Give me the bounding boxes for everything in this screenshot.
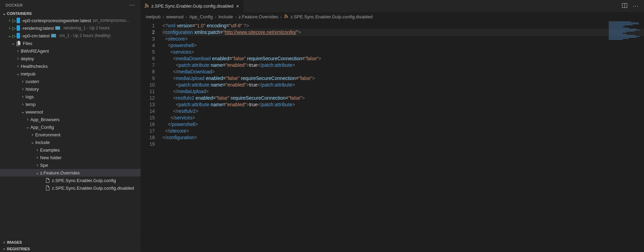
tree-item-label: z.SPE.Sync.Enabler.Gulp.config: [52, 178, 116, 183]
tree-item-label: inetpub: [21, 71, 36, 76]
code-line[interactable]: <?xml version="1.0" encoding="utf-8" ?>: [162, 22, 644, 29]
folder-item[interactable]: ›$WinREAgent: [0, 47, 141, 55]
chevron-down-icon: ⌄: [15, 71, 21, 76]
minimap-line: [609, 26, 625, 26]
registries-label: REGISTRIES: [7, 247, 30, 251]
line-number: 3: [141, 36, 155, 42]
code-line[interactable]: <restfulv2 enabled="false" requireSecure…: [162, 95, 644, 101]
folder-item[interactable]: ›Spe: [0, 161, 141, 169]
minimap-line: [609, 31, 635, 32]
breadcrumb[interactable]: inetpub› wwwroot› App_Config› Include› z…: [141, 12, 644, 21]
minimap-line: [609, 32, 626, 33]
code-line[interactable]: </sitecore>: [162, 128, 644, 134]
tree-item-label: $WinREAgent: [21, 48, 49, 54]
folder-item[interactable]: ⌄Include: [0, 138, 141, 146]
tree-item-label: z.SPE.Sync.Enabler.Gulp.config.disabled: [52, 186, 134, 191]
chevron-right-icon: ›: [15, 48, 21, 53]
code-line[interactable]: <mediaUpload enabled="false" requireSecu…: [162, 75, 644, 82]
minimap-line: [609, 38, 629, 39]
code-line[interactable]: <patch:attribute name="enabled">true</pa…: [162, 82, 644, 88]
line-number: 9: [141, 75, 155, 82]
folder-item[interactable]: ›logs: [0, 93, 141, 100]
folder-item[interactable]: ›Healthchecks: [0, 62, 141, 70]
minimap-line: [609, 34, 627, 35]
file-item[interactable]: z.SPE.Sync.Enabler.Gulp.config: [0, 177, 141, 184]
code-line[interactable]: <mediaDownload enabled="false" requireSe…: [162, 55, 644, 62]
folder-item[interactable]: ⌄inetpub: [0, 70, 141, 78]
minimap-line: [609, 25, 633, 25]
tree-item-label: Include: [35, 140, 50, 145]
chevron-down-icon: ⌄: [20, 109, 26, 114]
line-number: 16: [141, 121, 155, 128]
breadcrumb-item[interactable]: z.Feature.Overrides: [238, 14, 278, 19]
sidebar-more-icon[interactable]: ···: [128, 1, 136, 9]
container-icon: [17, 18, 20, 23]
folder-item[interactable]: ›Examples: [0, 146, 141, 154]
docker-sidebar: DOCKER ··· ⌄ CONTAINERS › ▷ -xp0-cortexp…: [0, 0, 141, 252]
chevron-right-icon: ›: [20, 94, 26, 99]
breadcrumb-item[interactable]: z.SPE.Sync.Enabler.Gulp.config.disabled: [291, 14, 373, 19]
tree-item-label: deploy: [21, 56, 34, 61]
code-line[interactable]: [162, 141, 644, 147]
sidebar-header: DOCKER ···: [0, 0, 141, 10]
container-row[interactable]: › ▷ -xp0-cortexprocessingworker:latest p…: [0, 17, 141, 24]
split-editor-icon[interactable]: [622, 3, 627, 10]
tree-item-label: Files: [23, 41, 32, 46]
line-number: 6: [141, 55, 155, 62]
registries-section-header[interactable]: › REGISTRIES: [0, 245, 141, 252]
minimap-line: [609, 21, 631, 22]
folder-item[interactable]: ›deploy: [0, 55, 141, 62]
chevron-right-icon: ›: [20, 87, 26, 91]
folder-item[interactable]: ›custerr: [0, 78, 141, 85]
container-meta: cm_1 - Up 2 hours (healthy): [59, 33, 111, 38]
editor-more-icon[interactable]: ···: [632, 2, 640, 10]
folder-item[interactable]: ›New folder: [0, 154, 141, 161]
code-content[interactable]: <?xml version="1.0" encoding="utf-8" ?><…: [161, 21, 644, 252]
folder-item[interactable]: ›temp: [0, 100, 141, 108]
rss-icon: [284, 14, 288, 19]
folder-item[interactable]: ›Environment: [0, 131, 141, 138]
code-line[interactable]: </mediaUpload>: [162, 88, 644, 95]
tree-item-label: custerr: [26, 79, 39, 84]
chevron-right-icon: ›: [35, 163, 40, 168]
folder-item[interactable]: ⌄App_Config: [0, 123, 141, 131]
tree-item-label: Spe: [40, 163, 48, 168]
folder-item[interactable]: ›history: [0, 85, 141, 93]
minimap-line: [609, 37, 637, 38]
code-line[interactable]: <configuration xmlns:patch="http://www.s…: [162, 29, 644, 36]
code-editor[interactable]: 12345678910111213141516171819 <?xml vers…: [141, 21, 644, 252]
code-line[interactable]: </restfulv2>: [162, 108, 644, 115]
code-line[interactable]: </powershell>: [162, 121, 644, 128]
editor-tab[interactable]: z.SPE.Sync.Enabler.Gulp.config.disabled …: [141, 0, 244, 12]
code-line[interactable]: <patch:attribute name="enabled">true</pa…: [162, 62, 644, 69]
breadcrumb-item[interactable]: Include: [218, 14, 233, 19]
code-line[interactable]: <patch:attribute name="enabled">true</pa…: [162, 101, 644, 108]
minimap-line: [609, 22, 638, 23]
line-gutter: 12345678910111213141516171819: [141, 21, 161, 252]
close-icon[interactable]: ×: [236, 3, 240, 10]
folder-item[interactable]: ⌄z.Feature.Overrides: [0, 169, 141, 177]
code-line[interactable]: </configuration>: [162, 134, 644, 141]
images-section-header[interactable]: › IMAGES: [0, 239, 141, 245]
code-line[interactable]: <services>: [162, 49, 644, 55]
breadcrumb-item[interactable]: App_Config: [189, 14, 213, 19]
breadcrumb-item[interactable]: inetpub: [146, 14, 161, 19]
folder-item[interactable]: ⌄Files: [0, 39, 141, 47]
code-line[interactable]: <sitecore>: [162, 36, 644, 42]
containers-section-header[interactable]: ⌄ CONTAINERS: [0, 10, 141, 17]
folder-item[interactable]: ⌄wwwroot: [0, 108, 141, 116]
tree-item-label: Environment: [35, 132, 60, 137]
code-line[interactable]: </mediaDownload>: [162, 69, 644, 75]
code-line[interactable]: </services>: [162, 115, 644, 121]
scrollbar[interactable]: [640, 21, 643, 252]
code-line[interactable]: <powershell>: [162, 42, 644, 49]
minimap-line: [609, 33, 623, 34]
folder-item[interactable]: ›App_Browsers: [0, 116, 141, 123]
line-number: 19: [141, 141, 155, 147]
container-row[interactable]: ⌄ ▷ -xp0-cm:latest cm_1 - Up 2 hours (he…: [0, 32, 141, 39]
file-item[interactable]: z.SPE.Sync.Enabler.Gulp.config.disabled: [0, 184, 141, 192]
chevron-down-icon: ⌄: [7, 33, 12, 38]
minimap[interactable]: [609, 21, 640, 42]
container-row[interactable]: › ▷ -rendering:latest rendering_1 - Up 2…: [0, 24, 141, 32]
breadcrumb-item[interactable]: wwwroot: [166, 14, 184, 19]
